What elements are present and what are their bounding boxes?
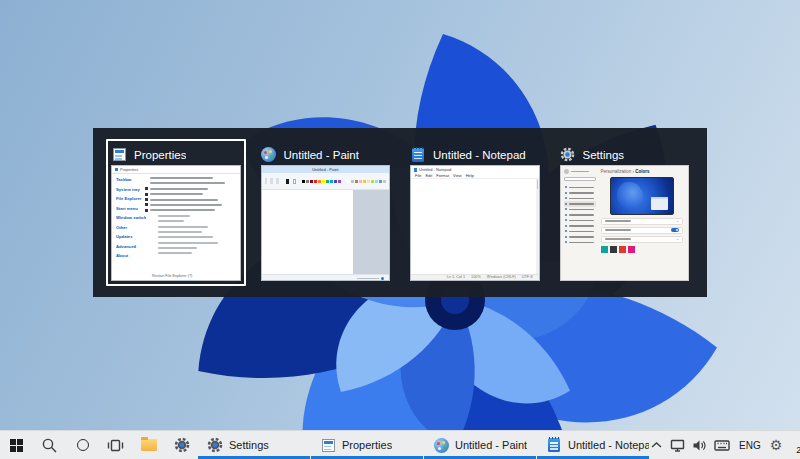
language-indicator[interactable]: ENG (737, 440, 763, 451)
settings-nav-item (564, 223, 596, 229)
switcher-item-notepad[interactable]: Untitled - Notepad Untitled - Notepad Fi… (405, 139, 545, 286)
properties-mini-icon (115, 168, 118, 171)
properties-thumbnail: Properties TaskbarSystem trayFile Explor… (111, 165, 241, 281)
accent-swatch (628, 246, 635, 253)
taskbar-app-label: Settings (229, 439, 269, 451)
keyboard-icon (714, 440, 730, 451)
settings-nav-list (564, 185, 596, 246)
settings-row: ⌄ (601, 218, 684, 225)
notepad-scrollbar (536, 179, 539, 274)
switcher-item-title: Untitled - Paint (284, 149, 359, 161)
properties-content-lines (150, 177, 236, 254)
taskbar: Settings Properties Untitled - Paint Unt… (0, 430, 800, 459)
settings-gear-icon (207, 437, 223, 453)
notepad-mini-title: Untitled - Notepad (419, 167, 451, 172)
settings-row-toggle (601, 227, 684, 234)
task-switcher-overlay: Properties Properties TaskbarSystem tray… (93, 128, 707, 297)
volume-tray-button[interactable] (692, 439, 707, 452)
taskbar-app-settings[interactable]: Settings (198, 431, 310, 459)
taskbar-app-notepad[interactable]: Untitled - Notepad (537, 431, 649, 459)
cortana-button[interactable] (66, 431, 99, 459)
accent-swatch (619, 246, 626, 253)
settings-sidebar (561, 166, 599, 280)
speaker-icon (692, 439, 707, 452)
paint-palette-row2 (347, 180, 386, 183)
tray-settings-button[interactable]: ⚙ (770, 438, 783, 452)
task-view-icon (107, 438, 124, 453)
notepad-text-area (411, 179, 539, 274)
settings-gear-icon (174, 437, 190, 453)
properties-content: Restart File Explorer (?) (148, 174, 240, 280)
taskbar-clock[interactable]: 17:04:39 22.01.2022 (789, 435, 800, 456)
system-tray: ENG ⚙ 17:04:39 22.01.2022 (650, 431, 800, 459)
notepad-icon (410, 147, 426, 163)
paint-color2-swatch (293, 179, 296, 184)
cortana-icon (77, 439, 89, 451)
search-button[interactable] (33, 431, 66, 459)
paint-palette-icon (433, 437, 449, 453)
settings-nav-item (564, 190, 596, 196)
transparency-toggle (671, 228, 679, 232)
clock-time: 17:04:39 (789, 435, 800, 446)
settings-gear-icon (560, 147, 576, 163)
switcher-item-title: Untitled - Notepad (433, 149, 526, 161)
paint-palette-row1 (302, 180, 341, 183)
theme-preview-image (610, 177, 674, 215)
properties-footer-link: Restart File Explorer (?) (152, 274, 192, 278)
desktop-wallpaper: Properties Properties TaskbarSystem tray… (0, 0, 800, 459)
taskbar-app-properties[interactable]: Properties (311, 431, 423, 459)
accent-swatch (610, 246, 617, 253)
paint-statusbar (262, 274, 390, 280)
user-avatar (564, 169, 569, 174)
notepad-thumbnail: Untitled - Notepad FileEditFormatViewHel… (410, 165, 540, 281)
settings-search-box (564, 177, 596, 181)
taskbar-app-paint[interactable]: Untitled - Paint (424, 431, 536, 459)
paint-thumbnail: Untitled - Paint (261, 165, 391, 281)
paint-canvas (262, 190, 354, 274)
settings-nav-item (564, 240, 596, 246)
touch-keyboard-button[interactable] (714, 440, 730, 451)
switcher-item-settings[interactable]: Settings Personalization (555, 139, 695, 286)
switcher-item-paint[interactable]: Untitled - Paint Untitled - Paint (256, 139, 396, 286)
accent-color-swatches (601, 246, 684, 253)
settings-pinned-button[interactable] (165, 431, 198, 459)
taskbar-app-label: Untitled - Paint (455, 439, 527, 451)
tray-overflow-button[interactable] (650, 441, 663, 449)
switcher-item-properties[interactable]: Properties Properties TaskbarSystem tray… (106, 139, 246, 286)
switcher-item-title: Properties (134, 149, 186, 161)
notepad-icon (546, 437, 562, 453)
notepad-mini-icon (414, 168, 417, 172)
paint-mini-title: Untitled - Paint (262, 166, 390, 173)
properties-mini-title: Properties (120, 167, 138, 172)
settings-row: ⌄ (601, 236, 684, 243)
accent-swatch (601, 246, 608, 253)
clock-date: 22.01.2022 (789, 445, 800, 456)
settings-nav-item (564, 201, 596, 207)
settings-breadcrumb: Personalization › Colors (601, 169, 684, 174)
switcher-item-title: Settings (583, 149, 625, 161)
start-button[interactable] (0, 431, 33, 459)
settings-thumbnail: Personalization › Colors ⌄ ⌄ (560, 165, 690, 281)
file-explorer-button[interactable] (132, 431, 165, 459)
notepad-statusbar: Ln 1, Col 1100%Windows (CRLF)UTF-8 (411, 274, 539, 281)
properties-sidebar: TaskbarSystem trayFile ExplorerStart men… (112, 174, 148, 280)
network-icon (670, 439, 685, 452)
windows-logo-icon (10, 439, 23, 452)
settings-nav-item (564, 234, 596, 240)
properties-window-icon (111, 147, 127, 163)
network-tray-button[interactable] (670, 439, 685, 452)
chevron-up-icon (650, 441, 663, 449)
properties-window-icon (320, 437, 336, 453)
paint-palette-icon (261, 147, 277, 163)
task-view-button[interactable] (99, 431, 132, 459)
taskbar-app-label: Properties (342, 439, 392, 451)
settings-nav-item (564, 212, 596, 218)
paint-ribbon (262, 173, 390, 190)
taskbar-app-label: Untitled - Notepad (568, 439, 649, 451)
file-explorer-icon (141, 439, 157, 451)
paint-color1-swatch (286, 179, 288, 184)
search-icon (41, 437, 58, 454)
